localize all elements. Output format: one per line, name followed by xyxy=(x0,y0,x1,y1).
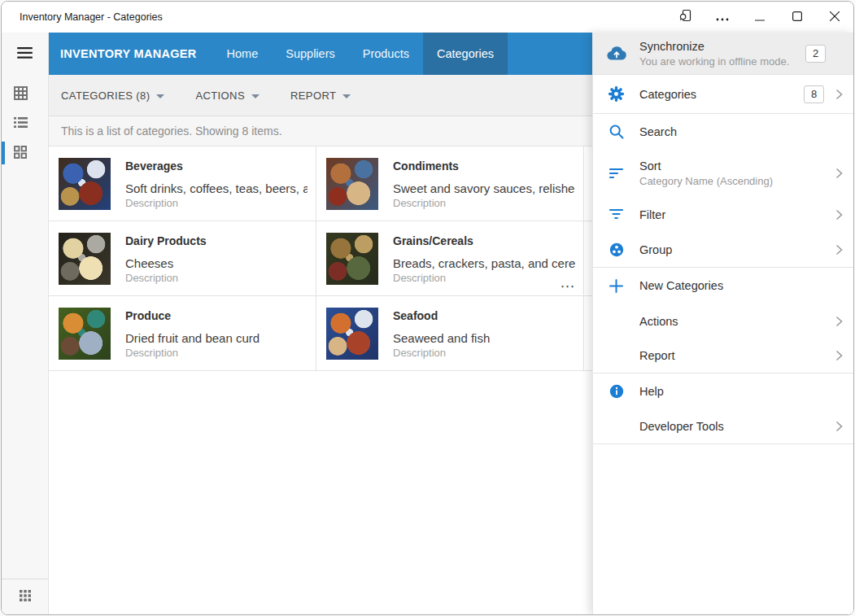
tab-products[interactable]: Products xyxy=(349,33,423,75)
panel-item-synchronize[interactable]: Synchronize You are working in offline m… xyxy=(593,33,853,75)
panel-item-label: Actions xyxy=(639,315,824,328)
plus-icon xyxy=(593,279,639,293)
card-view-icon xyxy=(14,146,27,161)
actions-menu-label: ACTIONS xyxy=(195,90,245,102)
panel-item-report[interactable]: Report xyxy=(593,339,853,374)
sync-count-badge: 2 xyxy=(805,45,826,63)
close-icon xyxy=(830,11,840,24)
filter-icon xyxy=(593,208,639,221)
categories-count-badge: 8 xyxy=(804,85,824,103)
info-bar-text: This is a list of categories. Showing 8 … xyxy=(61,125,282,138)
category-photo xyxy=(326,233,378,285)
sort-icon xyxy=(593,168,639,180)
category-card-grains-cereals[interactable]: Grains/Cereals Breads, crackers, pasta, … xyxy=(316,221,584,296)
category-card-dairy-products[interactable]: Dairy Products Cheeses Description xyxy=(49,221,316,296)
category-photo xyxy=(59,233,111,285)
tab-categories[interactable]: Categories xyxy=(423,33,508,75)
field-label: Description xyxy=(393,197,575,209)
cloud-upload-icon xyxy=(593,46,639,60)
title-bar: Inventory Manager - Categories xyxy=(2,2,853,33)
card-context-menu-button[interactable] xyxy=(559,281,577,294)
panel-item-help[interactable]: Help xyxy=(593,374,853,409)
minimize-icon xyxy=(755,11,765,24)
category-title: Dairy Products xyxy=(125,234,308,247)
category-title: Produce xyxy=(125,309,308,322)
window-title: Inventory Manager - Categories xyxy=(20,11,163,23)
panel-item-categories[interactable]: Categories 8 xyxy=(593,75,853,114)
tab-suppliers[interactable]: Suppliers xyxy=(272,33,348,75)
category-card-condiments[interactable]: Condiments Sweet and savory sauces, reli… xyxy=(316,146,584,221)
panel-item-label: Filter xyxy=(639,208,824,221)
chevron-right-icon xyxy=(830,244,843,256)
category-card-seafood[interactable]: Seafood Seaweed and fish Description xyxy=(316,296,584,371)
field-label: Description xyxy=(125,197,308,209)
panel-item-new-categories[interactable]: New Categories xyxy=(593,268,853,304)
categories-menu[interactable]: CATEGORIES (8) xyxy=(61,90,164,102)
close-button[interactable] xyxy=(816,2,853,33)
more-icon xyxy=(716,11,729,24)
panel-item-label: Developer Tools xyxy=(639,420,824,433)
panel-item-group[interactable]: Group xyxy=(593,232,853,268)
hamburger-menu-button[interactable] xyxy=(2,33,48,75)
panel-item-label: Synchronize xyxy=(639,40,805,53)
grid-view-icon xyxy=(14,86,28,103)
actions-menu[interactable]: ACTIONS xyxy=(195,90,260,102)
panel-item-label: New Categories xyxy=(639,279,843,292)
category-photo xyxy=(59,308,111,360)
chevron-right-icon xyxy=(830,89,843,100)
chevron-down-icon xyxy=(251,94,260,98)
list-view-button[interactable] xyxy=(2,109,39,138)
chevron-right-icon xyxy=(830,168,843,179)
chevron-right-icon xyxy=(830,350,843,361)
category-description: Cheeses xyxy=(125,256,308,270)
report-menu-label: REPORT xyxy=(290,90,336,102)
category-card-beverages[interactable]: Beverages Soft drinks, coffees, teas, be… xyxy=(49,146,316,221)
list-view-icon xyxy=(14,117,28,130)
apps-launcher-button[interactable] xyxy=(2,579,48,614)
category-card-produce[interactable]: Produce Dried fruit and bean curd Descri… xyxy=(49,296,316,371)
grid-view-button[interactable] xyxy=(2,80,39,109)
maximize-icon xyxy=(792,11,802,24)
panel-item-search[interactable]: Search xyxy=(593,114,853,150)
field-label: Description xyxy=(393,347,575,359)
chevron-right-icon xyxy=(830,421,843,432)
chevron-down-icon xyxy=(342,94,351,98)
chevron-right-icon xyxy=(830,209,843,221)
info-icon xyxy=(593,384,639,399)
category-description: Sweet and savory sauces, relishes, spre xyxy=(393,181,575,195)
chevron-right-icon xyxy=(830,316,843,327)
hamburger-icon xyxy=(17,47,33,61)
tab-home[interactable]: Home xyxy=(213,33,273,75)
apps-waffle-icon xyxy=(20,590,31,604)
category-description: Seaweed and fish xyxy=(393,331,575,345)
field-label: Description xyxy=(125,272,308,284)
maximize-button[interactable] xyxy=(779,2,816,33)
report-menu[interactable]: REPORT xyxy=(290,90,351,102)
view-switcher xyxy=(2,75,48,168)
category-description: Soft drinks, coffees, teas, beers, and a… xyxy=(125,181,308,195)
panel-item-label: Search xyxy=(639,125,843,138)
category-title: Grains/Cereals xyxy=(393,234,575,247)
panel-item-label: Categories xyxy=(639,88,804,101)
app-search-button[interactable] xyxy=(666,2,704,33)
category-title: Seafood xyxy=(393,309,575,322)
gear-icon xyxy=(593,86,639,102)
panel-item-developer-tools[interactable]: Developer Tools xyxy=(593,409,853,444)
card-view-button[interactable] xyxy=(2,138,39,168)
app-brand: INVENTORY MANAGER xyxy=(49,33,213,75)
more-button[interactable] xyxy=(704,2,741,33)
category-description: Breads, crackers, pasta, and cereal xyxy=(393,256,575,270)
panel-item-label: Sort xyxy=(639,159,824,173)
panel-item-actions[interactable]: Actions xyxy=(593,304,853,339)
minimize-button[interactable] xyxy=(741,2,779,33)
panel-item-label: Report xyxy=(639,349,824,362)
search-icon xyxy=(593,125,639,139)
field-label: Description xyxy=(393,272,575,284)
panel-item-sort[interactable]: Sort Category Name (Ascending) xyxy=(593,150,853,197)
category-description: Dried fruit and bean curd xyxy=(125,331,308,345)
category-photo xyxy=(59,158,111,210)
category-title: Condiments xyxy=(393,159,575,173)
panel-item-sublabel: Category Name (Ascending) xyxy=(639,175,824,187)
panel-item-filter[interactable]: Filter xyxy=(593,197,853,232)
group-icon xyxy=(593,242,639,257)
